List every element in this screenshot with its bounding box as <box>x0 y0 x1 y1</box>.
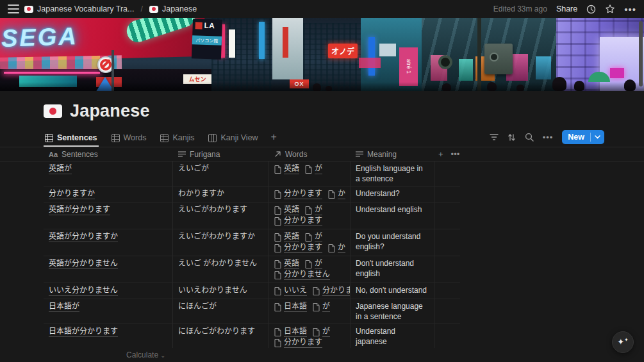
sentence-cell[interactable]: いいえ分かりません <box>44 283 173 299</box>
page-icon <box>274 260 281 268</box>
furigana-cell[interactable]: いいえわかりません <box>173 283 269 299</box>
word-relation-link[interactable]: 分かります <box>274 243 322 253</box>
page-icon <box>274 328 281 336</box>
words-cell[interactable]: 英語が分かりますか <box>269 229 351 256</box>
filter-icon[interactable] <box>490 133 499 141</box>
page-cover-image[interactable]: オノデ atré 1 SEGA ムセン LA パソコン館 OX <box>0 18 644 91</box>
notion-ai-button[interactable]: ✦✦ <box>612 331 634 353</box>
calculate-button[interactable]: Calculate ⌄ <box>0 350 173 359</box>
sentence-cell[interactable]: 英語が分かりますか <box>44 229 173 256</box>
sentence-cell[interactable]: 分かりますか <box>44 186 173 202</box>
words-cell[interactable]: いいえ分かりません <box>269 283 351 299</box>
new-button[interactable]: New <box>562 130 604 144</box>
meaning-cell[interactable]: Japanese language in a sentence <box>351 299 434 324</box>
word-relation-link[interactable]: 日本語 <box>274 327 307 337</box>
onoden-sign: オノデ <box>328 44 358 58</box>
word-relation-link[interactable]: 日本語 <box>274 302 307 312</box>
table-row[interactable]: いいえ分かりません いいえわかりません いいえ分かりません No, don't … <box>44 283 460 299</box>
table-row[interactable]: 日本語が分かります にほんごがわかります 日本語が分かります Understan… <box>44 324 460 351</box>
word-relation-link[interactable]: が <box>305 259 322 269</box>
word-relation-link[interactable]: 分かりません <box>313 286 351 296</box>
words-cell[interactable]: 分かりますか <box>269 186 351 202</box>
table-row[interactable]: 英語が分かりません えいご がわかりません 英語が分かりません Don't un… <box>44 256 460 283</box>
word-relation-link[interactable]: か <box>328 243 345 253</box>
table-options-icon[interactable]: ••• <box>447 149 464 159</box>
word-relation-link[interactable]: 英語 <box>274 259 299 269</box>
share-button[interactable]: Share <box>556 4 577 13</box>
table-row[interactable]: 英語が えいごが 英語が English language in a sente… <box>44 161 460 186</box>
furigana-cell[interactable]: にほんごがわかります <box>173 324 269 350</box>
word-relation-link[interactable]: 英語 <box>274 205 299 215</box>
breadcrumb-current[interactable]: Japanese <box>149 4 197 13</box>
meaning-cell[interactable]: Understand english <box>351 202 434 229</box>
page-icon <box>305 233 312 242</box>
meaning-cell[interactable]: Don't understand english <box>351 256 434 283</box>
word-relation-link[interactable]: が <box>313 327 330 337</box>
word-relation-link[interactable]: が <box>305 232 322 242</box>
sentence-cell[interactable]: 日本語が <box>44 299 173 324</box>
column-header-words[interactable]: Words <box>269 147 351 161</box>
sort-icon[interactable] <box>508 133 516 142</box>
word-relation-link[interactable]: 英語 <box>274 232 299 242</box>
meaning-cell[interactable]: Understand japanese <box>351 324 434 350</box>
favorite-star-icon[interactable] <box>605 4 615 14</box>
word-relation-link[interactable]: が <box>313 302 330 312</box>
tab-sentences[interactable]: Sentences <box>44 133 99 147</box>
table-row[interactable]: 英語が分かります えいごがわかります 英語が分かります Understand e… <box>44 202 460 229</box>
sentence-cell[interactable]: 英語が <box>44 161 173 186</box>
word-relation-link[interactable]: か <box>328 189 345 199</box>
word-relation-link[interactable]: 分かります <box>274 338 322 348</box>
table-row[interactable]: 日本語が にほんごが 日本語が Japanese language in a s… <box>44 299 460 324</box>
add-column-button[interactable]: + <box>434 149 447 159</box>
cover-decor <box>610 68 624 78</box>
furigana-cell[interactable]: えいごがわかりますか <box>173 229 269 256</box>
furigana-cell[interactable]: えいご がわかりません <box>173 256 269 283</box>
furigana-cell[interactable]: わかりますか <box>173 186 269 202</box>
words-cell[interactable]: 英語が分かりません <box>269 256 351 283</box>
word-relation-link[interactable]: 分かりません <box>274 270 330 280</box>
meaning-cell[interactable]: Understand? <box>351 186 434 202</box>
table-row[interactable]: 分かりますか わかりますか 分かりますか Understand? <box>44 186 460 202</box>
tab-kanji-view[interactable]: Kanji View <box>207 133 259 147</box>
words-cell[interactable]: 英語が <box>269 161 351 186</box>
word-relation-link[interactable]: 英語 <box>274 164 299 174</box>
meaning-cell[interactable]: English language in a sentence <box>351 161 434 186</box>
column-header-meaning[interactable]: Meaning <box>351 147 434 161</box>
word-relation-link[interactable]: 分かります <box>274 216 322 226</box>
word-relation-link[interactable]: 分かります <box>274 189 322 199</box>
chevron-down-icon[interactable] <box>591 135 604 139</box>
sentence-cell[interactable]: 英語が分かりません <box>44 256 173 283</box>
word-relation-link[interactable]: が <box>305 205 322 215</box>
furigana-cell[interactable]: にほんごが <box>173 299 269 324</box>
column-header-furigana[interactable]: Furigana <box>173 147 269 161</box>
vertical-scrollbar[interactable] <box>639 21 643 86</box>
sidebar-toggle-icon[interactable] <box>8 4 19 13</box>
add-view-button[interactable]: + <box>271 131 277 147</box>
page-icon-japan-flag[interactable] <box>44 104 62 118</box>
words-cell[interactable]: 英語が分かります <box>269 202 351 229</box>
meaning-cell[interactable]: Do you understand english? <box>351 229 434 256</box>
view-tabs-bar: Sentences Words Kanjis Kanji View + ••• <box>44 131 644 147</box>
tab-kanjis[interactable]: Kanjis <box>159 133 195 147</box>
words-cell[interactable]: 日本語が分かります <box>269 324 351 350</box>
meaning-cell[interactable]: No, don't understand <box>351 283 434 299</box>
sentence-cell[interactable]: 英語が分かります <box>44 202 173 229</box>
words-cell[interactable]: 日本語が <box>269 299 351 324</box>
more-options-icon[interactable]: ••• <box>624 4 636 15</box>
search-icon[interactable] <box>525 133 534 142</box>
column-header-sentences[interactable]: Aa Sentences <box>44 147 173 161</box>
page-title[interactable]: Japanese <box>70 101 150 121</box>
table-row[interactable]: 英語が分かりますか えいごがわかりますか 英語が分かりますか Do you un… <box>44 229 460 256</box>
page-icon <box>274 217 281 226</box>
history-clock-icon[interactable] <box>586 4 596 14</box>
sentence-cell[interactable]: 日本語が分かります <box>44 324 173 350</box>
word-relation-link[interactable]: が <box>305 164 322 174</box>
breadcrumb-root[interactable]: Japanese Vocabulary Tra... <box>24 4 134 13</box>
tab-words[interactable]: Words <box>110 133 148 147</box>
sparkles-icon: ✦✦ <box>617 338 629 346</box>
furigana-cell[interactable]: えいごがわかります <box>173 202 269 229</box>
view-options-icon[interactable]: ••• <box>543 133 554 142</box>
word-relation-link[interactable]: いいえ <box>274 286 307 296</box>
text-property-icon <box>356 151 363 158</box>
furigana-cell[interactable]: えいごが <box>173 161 269 186</box>
